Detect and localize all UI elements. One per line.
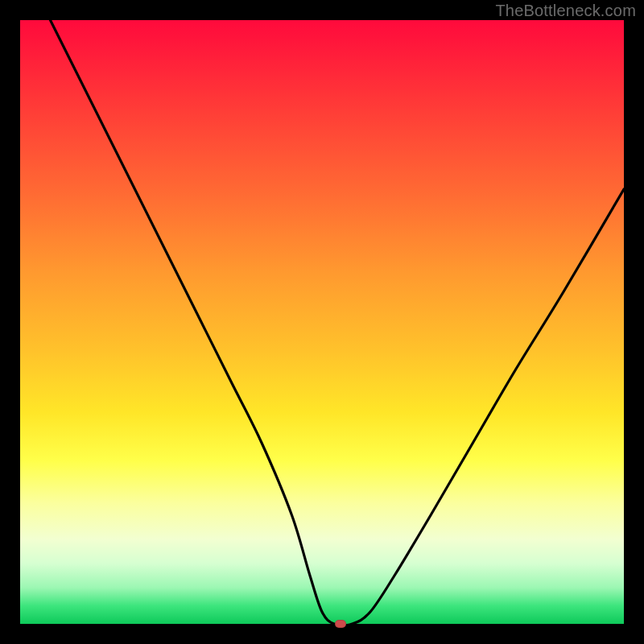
chart-frame: TheBottleneck.com [0,0,644,644]
watermark-text: TheBottleneck.com [495,2,636,20]
plot-area [20,20,624,624]
minimum-marker [335,620,346,628]
bottleneck-curve [20,20,624,624]
curve-path [51,20,625,624]
